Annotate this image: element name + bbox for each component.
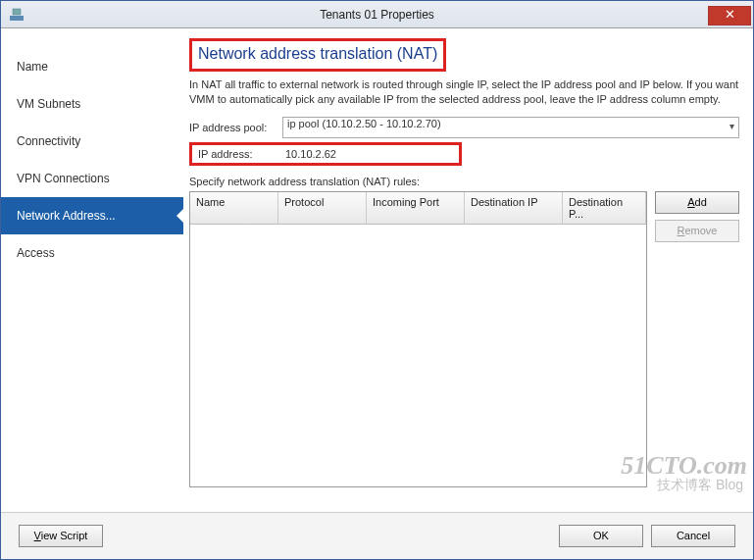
table-header: Name Protocol Incoming Port Destination … [190, 192, 646, 225]
svg-rect-1 [13, 9, 21, 15]
col-name[interactable]: Name [190, 192, 278, 224]
ip-address-label: IP address: [198, 148, 285, 160]
col-destination-port[interactable]: Destination P... [563, 192, 646, 224]
sidebar: Name VM Subnets Connectivity VPN Connect… [1, 28, 183, 512]
ip-address-highlight: IP address: 10.10.2.62 [189, 142, 462, 166]
remove-button: Remove [655, 220, 739, 242]
footer: View Script OK Cancel [1, 512, 753, 559]
dialog-window: Tenants 01 Properties ✕ Name VM Subnets … [0, 0, 754, 560]
col-protocol[interactable]: Protocol [278, 192, 367, 224]
heading-highlight: Network address translation (NAT) [189, 38, 446, 72]
ip-pool-dropdown[interactable]: ip pool (10.10.2.50 - 10.10.2.70) ▾ [282, 117, 739, 138]
ip-address-value: 10.10.2.62 [285, 148, 336, 160]
app-icon [9, 7, 25, 23]
svg-rect-0 [10, 16, 24, 21]
window-title: Tenants 01 Properties [0, 8, 754, 22]
close-button[interactable]: ✕ [708, 6, 751, 25]
chevron-down-icon: ▾ [729, 121, 734, 131]
sidebar-item-access[interactable]: Access [1, 234, 183, 272]
ip-pool-label: IP address pool: [189, 122, 282, 133]
col-destination-ip[interactable]: Destination IP [465, 192, 563, 224]
col-incoming-port[interactable]: Incoming Port [367, 192, 465, 224]
description-text: In NAT all traffic to external network i… [189, 77, 739, 107]
nat-rules-table[interactable]: Name Protocol Incoming Port Destination … [189, 191, 647, 487]
ip-pool-value: ip pool (10.10.2.50 - 10.10.2.70) [287, 118, 441, 129]
sidebar-item-vm-subnets[interactable]: VM Subnets [1, 85, 183, 123]
view-script-button[interactable]: View Script [19, 525, 103, 547]
ok-button[interactable]: OK [559, 525, 643, 547]
sidebar-item-name[interactable]: Name [1, 48, 183, 85]
page-title: Network address translation (NAT) [198, 45, 437, 62]
sidebar-item-network-address[interactable]: Network Address... [1, 197, 183, 234]
sidebar-item-connectivity[interactable]: Connectivity [1, 123, 183, 160]
add-button[interactable]: Add [655, 191, 739, 214]
rules-label: Specify network address translation (NAT… [189, 176, 739, 187]
titlebar: Tenants 01 Properties ✕ [1, 1, 753, 28]
sidebar-item-vpn-connections[interactable]: VPN Connections [1, 160, 183, 197]
cancel-button[interactable]: Cancel [651, 525, 735, 547]
main-panel: Network address translation (NAT) In NAT… [183, 28, 753, 512]
